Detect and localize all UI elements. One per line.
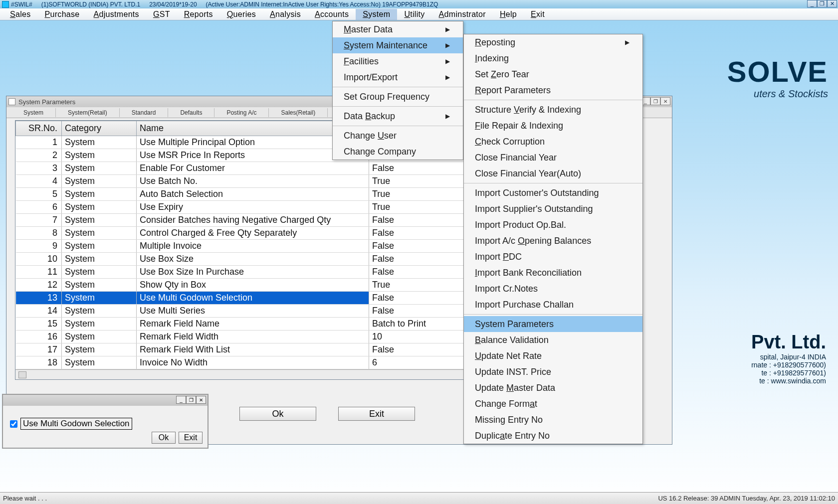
system-menu-item-facilities[interactable]: Facilities▶ — [333, 53, 463, 69]
maint-menu-item-close-financial-year-auto-[interactable]: Close Financial Year(Auto) — [464, 166, 642, 181]
table-row[interactable]: 4SystemUse Batch No.True — [16, 175, 469, 188]
tab-posting-a-c[interactable]: Posting A/c — [214, 108, 269, 117]
maint-menu-item-system-parameters[interactable]: System Parameters — [464, 316, 642, 332]
edit-dialog-close[interactable]: ✕ — [196, 396, 206, 404]
menu-adjustments[interactable]: Adjustments — [87, 9, 146, 20]
table-row[interactable]: 13SystemUse Multi Godown SelectionFalse — [16, 292, 469, 305]
edit-dialog-minimize[interactable]: _ — [176, 396, 186, 404]
menu-adminstrator[interactable]: Adminstrator — [432, 9, 493, 20]
menu-system[interactable]: System — [356, 9, 397, 20]
table-row[interactable]: 5SystemAuto Batch SelectionTrue — [16, 188, 469, 201]
table-row[interactable]: 8SystemControl Charged & Free Qty Separa… — [16, 227, 469, 240]
system-menu-dropdown: Master Data▶System Maintenance▶Facilitie… — [332, 21, 463, 160]
table-row[interactable]: 7SystemConsider Batches having Negative … — [16, 214, 469, 227]
menu-gst[interactable]: GST — [146, 9, 177, 20]
ok-button[interactable]: Ok — [239, 407, 316, 421]
submenu-arrow-icon: ▶ — [445, 74, 450, 81]
company-line2: rnate : +918290577600) — [751, 361, 826, 369]
params-maximize-button[interactable]: ❐ — [650, 97, 660, 105]
edit-dialog-maximize[interactable]: ❐ — [186, 396, 196, 404]
params-window-icon — [8, 98, 15, 105]
maximize-button[interactable]: ❐ — [817, 0, 827, 7]
use-multi-godown-checkbox[interactable] — [10, 420, 17, 428]
menu-utility[interactable]: Utility — [397, 9, 431, 20]
maint-menu-item-update-master-data[interactable]: Update Master Data — [464, 380, 642, 396]
tab-defaults[interactable]: Defaults — [168, 108, 214, 117]
table-row[interactable]: 14SystemUse Multi SeriesFalse — [16, 305, 469, 318]
system-menu-item-master-data[interactable]: Master Data▶ — [333, 21, 463, 37]
params-title-text: System Parameters — [18, 98, 75, 106]
maint-menu-item-import-product-op-bal-[interactable]: Import Product Op.Bal. — [464, 217, 642, 233]
table-row[interactable]: 11SystemUse Box Size In PurchaseFalse — [16, 266, 469, 279]
maint-menu-item-change-format[interactable]: Change Format — [464, 396, 642, 412]
system-menu-item-set-group-frequency[interactable]: Set Group Frequency — [333, 89, 463, 105]
table-row[interactable]: 6SystemUse ExpiryTrue — [16, 201, 469, 214]
status-right: US 16.2 Release: 39 ADMIN Tuesday, Apr. … — [658, 495, 835, 502]
menu-analysis[interactable]: Analysis — [263, 9, 308, 20]
table-row[interactable]: 17SystemRemark Field With ListFalse — [16, 343, 469, 356]
maint-menu-item-import-pdc[interactable]: Import PDC — [464, 249, 642, 265]
maint-menu-item-report-parameters[interactable]: Report Parameters — [464, 82, 642, 98]
maint-menu-item-import-customer-s-outstanding[interactable]: Import Customer's Outstanding — [464, 185, 642, 201]
maint-menu-item-import-supplier-s-outstanding[interactable]: Import Supplier's Outstanding — [464, 201, 642, 217]
submenu-arrow-icon: ▶ — [445, 42, 450, 49]
grid-scrollbar[interactable] — [15, 369, 468, 379]
header-category[interactable]: Category — [62, 121, 137, 136]
table-row[interactable]: 15SystemRemark Field NameBatch to Print — [16, 318, 469, 331]
table-row[interactable]: 10SystemUse Box SizeFalse — [16, 253, 469, 266]
tab-standard[interactable]: Standard — [120, 108, 169, 117]
maint-menu-item-missing-entry-no[interactable]: Missing Entry No — [464, 412, 642, 428]
system-menu-item-system-maintenance[interactable]: System Maintenance▶ — [333, 37, 463, 53]
maint-menu-item-file-repair-indexing[interactable]: File Repair & Indexing — [464, 118, 642, 134]
maint-menu-item-update-inst-price[interactable]: Update INST. Price — [464, 364, 642, 380]
exit-button[interactable]: Exit — [338, 407, 415, 421]
close-button[interactable]: ✕ — [827, 0, 837, 7]
edit-ok-button[interactable]: Ok — [152, 432, 176, 444]
system-menu-item-import-export[interactable]: Import/Export▶ — [333, 69, 463, 85]
status-bar: Please wait . . . US 16.2 Release: 39 AD… — [0, 492, 838, 504]
menu-sales[interactable]: Sales — [3, 9, 38, 20]
menu-help[interactable]: Help — [493, 9, 524, 20]
system-menu-item-data-backup[interactable]: Data Backup▶ — [333, 108, 463, 124]
edit-param-dialog: _ ❐ ✕ Use Multi Godown Selection Ok Exit — [2, 394, 209, 449]
table-row[interactable]: 3SystemEnable For CustomerFalse — [16, 162, 469, 175]
menu-accounts[interactable]: Accounts — [308, 9, 356, 20]
maint-menu-item-import-a-c-opening-balances[interactable]: Import A/c Opening Balances — [464, 233, 642, 249]
maint-menu-item-import-bank-reconciliation[interactable]: Import Bank Reconciliation — [464, 265, 642, 281]
system-menu-item-change-company[interactable]: Change Company — [333, 144, 463, 160]
maint-menu-item-duplicate-entry-no[interactable]: Duplicate Entry No — [464, 428, 642, 444]
maint-menu-item-structure-verify-indexing[interactable]: Structure Verify & Indexing — [464, 102, 642, 118]
menu-queries[interactable]: Queries — [220, 9, 263, 20]
table-row[interactable]: 9SystemMultiple InvoiceFalse — [16, 240, 469, 253]
scroll-left-icon[interactable] — [18, 371, 26, 378]
table-row[interactable]: 12SystemShow Qty in BoxTrue — [16, 279, 469, 292]
table-row[interactable]: 16SystemRemark Field Width10 — [16, 331, 469, 343]
maint-menu-item-set-zero-tear[interactable]: Set Zero Tear — [464, 66, 642, 82]
maint-menu-item-check-corruption[interactable]: Check Corruption — [464, 134, 642, 150]
tab-system[interactable]: System — [11, 108, 56, 117]
minimize-button[interactable]: _ — [807, 0, 817, 7]
maint-menu-item-close-financial-year[interactable]: Close Financial Year — [464, 150, 642, 166]
maint-menu-item-indexing[interactable]: Indexing — [464, 50, 642, 66]
maint-menu-item-import-cr-notes[interactable]: Import Cr.Notes — [464, 281, 642, 297]
maint-menu-item-import-purchase-challan[interactable]: Import Purchase Challan — [464, 297, 642, 313]
tab-system-retail-[interactable]: System(Retail) — [56, 108, 120, 117]
table-row[interactable]: 18SystemInvoice No Width6 — [16, 356, 469, 369]
system-menu-item-change-user[interactable]: Change User — [333, 128, 463, 144]
maint-menu-item-reposting[interactable]: Reposting▶ — [464, 34, 642, 50]
company-pvt: Pvt. Ltd. — [751, 332, 826, 353]
menu-purchase[interactable]: Purchase — [38, 9, 87, 20]
maint-menu-item-update-net-rate[interactable]: Update Net Rate — [464, 348, 642, 364]
menu-bar: SalesPurchaseAdjustmentsGSTReportsQuerie… — [0, 8, 838, 20]
submenu-arrow-icon: ▶ — [445, 113, 450, 120]
maint-menu-item-balance-validation[interactable]: Balance Validation — [464, 332, 642, 348]
title-company: (1)SOFTWORLD (INDIA) PVT. LTD.1 — [41, 1, 140, 8]
tab-sales-retail-[interactable]: Sales(Retail) — [269, 108, 328, 117]
company-line4: te : www.swindia.com — [751, 377, 826, 385]
edit-dialog-titlebar[interactable]: _ ❐ ✕ — [3, 395, 208, 406]
edit-exit-button[interactable]: Exit — [179, 432, 203, 444]
params-close-button[interactable]: ✕ — [660, 97, 670, 105]
menu-exit[interactable]: Exit — [524, 9, 552, 20]
header-srno[interactable]: SR.No. — [16, 121, 62, 136]
menu-reports[interactable]: Reports — [177, 9, 220, 20]
